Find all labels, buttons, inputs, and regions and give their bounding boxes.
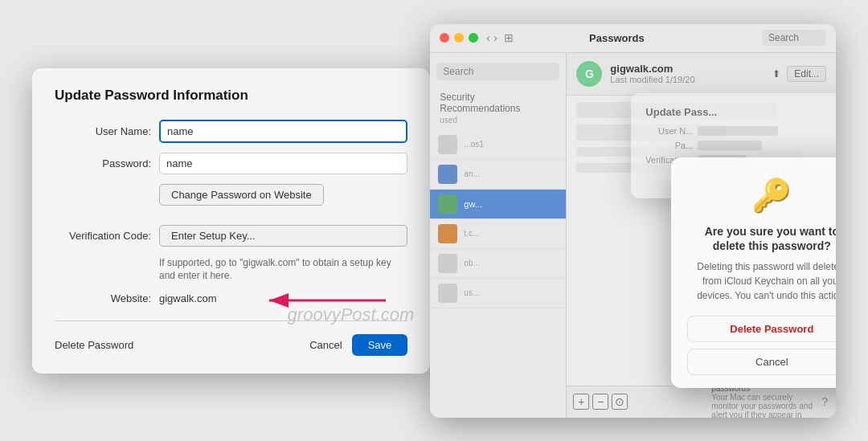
passwords-app-window: ‹ › ⊞ Passwords Security Recommendations… <box>430 24 836 418</box>
setup-key-button[interactable]: Enter Setup Key... <box>159 225 407 247</box>
username-input[interactable] <box>159 120 407 143</box>
confirm-cancel-button[interactable]: Cancel <box>687 349 836 375</box>
site-thumbnail <box>438 165 457 184</box>
share-icon[interactable]: ⬆ <box>772 68 780 80</box>
username-row: User Name: <box>55 120 407 143</box>
list-item[interactable]: t.c... <box>430 219 566 249</box>
add-password-button[interactable]: + <box>573 394 589 410</box>
sidebar: Security Recommendationsused ...os1 an..… <box>430 53 567 418</box>
dialog-title: Update Password Information <box>55 88 407 104</box>
site-name: t.c... <box>464 229 479 238</box>
sidebar-footer: + − ⊙ <box>567 386 703 418</box>
website-label: Website: <box>55 292 159 304</box>
entry-header: G gigwalk.com Last modified 1/19/20 ⬆ Ed… <box>567 53 836 96</box>
cancel-button[interactable]: Cancel <box>309 339 342 351</box>
overlay-user-row: User N... <box>645 126 836 136</box>
delete-confirm-dialog: 🔑 Are you sure you want to delete this p… <box>671 157 836 388</box>
edit-button[interactable]: Edit... <box>787 66 826 82</box>
footer-bar: ✓ Detect compromised passwords Your Mac … <box>703 386 836 418</box>
list-item[interactable]: us... <box>430 279 566 308</box>
password-label: Password: <box>55 157 159 169</box>
sidebar-item-security[interactable]: Security Recommendationsused <box>430 87 566 130</box>
change-password-button[interactable]: Change Password on Website <box>159 184 324 206</box>
main-area: G gigwalk.com Last modified 1/19/20 ⬆ Ed… <box>567 53 836 418</box>
titlebar-search-input[interactable] <box>762 30 826 46</box>
delete-password-button[interactable]: Delete Password <box>55 339 133 351</box>
password-input[interactable] <box>159 153 407 174</box>
site-name: ob... <box>464 259 479 267</box>
site-name: ...os1 <box>464 140 483 149</box>
setup-description: If supported, go to "gigwalk.com" to obt… <box>159 256 400 284</box>
website-value: gigwalk.com <box>159 292 217 304</box>
confirm-title: Are you sure you want to delete this pas… <box>687 224 836 253</box>
site-name: us... <box>464 288 479 297</box>
entry-avatar: G <box>576 61 602 87</box>
entry-actions: ⬆ Edit... <box>772 66 826 82</box>
sidebar-search-input[interactable] <box>436 63 559 80</box>
list-item[interactable]: an... <box>430 160 566 190</box>
entry-modified-date: Last modified 1/19/20 <box>610 75 772 84</box>
site-thumbnail <box>438 254 457 273</box>
window-title: Passwords <box>472 32 762 44</box>
overlay-user-label: User N... <box>645 126 698 136</box>
overlay-pass-row: Pa... <box>645 141 836 150</box>
app-content: Security Recommendationsused ...os1 an..… <box>430 53 836 418</box>
mac-titlebar: ‹ › ⊞ Passwords <box>430 24 836 53</box>
update-password-dialog: Update Password Information User Name: P… <box>32 68 430 374</box>
verification-label: Verification Code: <box>55 230 159 242</box>
list-item[interactable]: ob... <box>430 249 566 279</box>
username-label: User Name: <box>55 125 159 137</box>
save-button[interactable]: Save <box>352 334 408 356</box>
list-item[interactable]: ...os1 <box>430 130 566 160</box>
site-thumbnail <box>438 224 457 243</box>
remove-password-button[interactable]: − <box>592 394 608 410</box>
close-button[interactable] <box>440 33 449 43</box>
confirm-delete-button[interactable]: Delete Password <box>687 316 836 342</box>
minimize-button[interactable] <box>454 33 464 43</box>
key-icon: 🔑 <box>687 177 836 214</box>
entry-info: gigwalk.com Last modified 1/19/20 <box>610 63 772 84</box>
help-icon[interactable]: ? <box>821 395 828 408</box>
more-options-button[interactable]: ⊙ <box>612 394 628 410</box>
confirm-description: Deleting this password will delete it fr… <box>687 259 836 303</box>
verification-row: Verification Code: Enter Setup Key... <box>55 225 407 247</box>
site-thumbnail <box>438 284 457 303</box>
overlay-pass-label: Pa... <box>645 141 698 150</box>
site-thumbnail <box>438 194 457 214</box>
arrow-indicator <box>261 291 390 310</box>
site-name: gw... <box>464 199 482 209</box>
list-item-selected[interactable]: gw... <box>430 190 566 219</box>
footer-actions: Cancel Save <box>309 334 407 356</box>
site-thumbnail <box>438 135 457 154</box>
password-row: Password: <box>55 153 407 174</box>
dialog-footer: Delete Password Cancel Save <box>55 321 407 356</box>
site-name: an... <box>464 169 479 178</box>
overlay-title: Update Pass... <box>645 106 836 118</box>
password-list: ...os1 an... gw... t.c... ob... <box>430 130 566 308</box>
entry-site-name: gigwalk.com <box>610 63 772 75</box>
